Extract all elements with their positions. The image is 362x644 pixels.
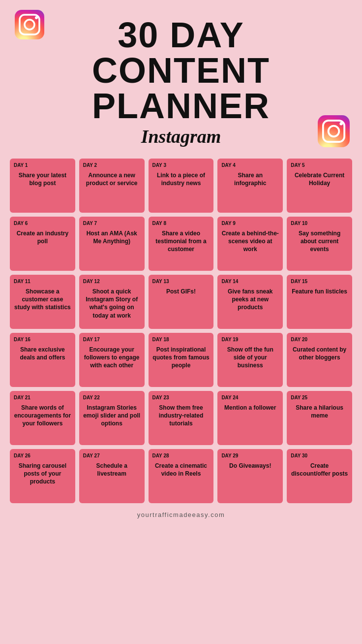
card-day-label: DAY 20 <box>291 337 307 343</box>
card-content: Create discount/offer posts <box>291 462 348 478</box>
day-card-4: DAY 4Share an infographic <box>217 159 283 213</box>
card-content: Mention a follower <box>221 404 279 412</box>
card-day-label: DAY 14 <box>221 279 238 285</box>
day-card-1: DAY 1Share your latest blog post <box>10 159 75 213</box>
card-content: Share a hilarious meme <box>291 404 348 419</box>
day-card-27: DAY 27Schedule a livestream <box>79 449 145 503</box>
card-day-label: DAY 18 <box>152 337 169 343</box>
card-content: Share a video testimonial from a custome… <box>152 229 210 254</box>
card-day-label: DAY 2 <box>83 162 97 168</box>
card-content: Announce a new product or service <box>83 171 141 187</box>
card-content: Share words of encouragements for your f… <box>14 404 71 428</box>
header-subtitle: Instagram <box>10 126 352 147</box>
card-content: Shoot a quick Instagram Story of what's … <box>83 288 141 320</box>
card-day-label: DAY 25 <box>291 395 307 401</box>
card-content: Share an infographic <box>221 171 279 187</box>
day-card-26: DAY 26Sharing carousel posts of your pro… <box>10 449 75 503</box>
card-content: Schedule a livestream <box>83 462 141 478</box>
card-day-label: DAY 23 <box>152 395 169 401</box>
card-day-label: DAY 13 <box>152 279 169 285</box>
card-day-label: DAY 17 <box>83 337 100 343</box>
card-day-label: DAY 11 <box>14 279 30 285</box>
card-content: Share your latest blog post <box>14 171 71 187</box>
svg-point-7 <box>339 122 343 126</box>
day-card-23: DAY 23Show them free industry-related tu… <box>149 391 214 445</box>
card-content: Host an AMA (Ask Me Anything) <box>83 229 141 245</box>
day-card-9: DAY 9Create a behind-the-scenes video at… <box>217 217 283 271</box>
instagram-icon-left <box>15 10 44 39</box>
card-content: Post GIFs! <box>152 288 210 295</box>
day-card-19: DAY 19Show off the fun side of your busi… <box>217 333 283 387</box>
card-content: Create a cinematic video in Reels <box>152 462 210 478</box>
card-content: Curated content by other bloggers <box>291 346 348 361</box>
day-card-16: DAY 16Share exclusive deals and offers <box>10 333 75 387</box>
day-card-24: DAY 24Mention a follower <box>217 391 283 445</box>
day-card-8: DAY 8Share a video testimonial from a cu… <box>149 217 214 271</box>
card-content: Share exclusive deals and offers <box>14 346 71 361</box>
page-header: 30 DAYCONTENTPLANNER Instagram <box>10 10 352 150</box>
footer-text: yourtrafficmadeeasy.com <box>137 511 225 523</box>
day-card-30: DAY 30Create discount/offer posts <box>287 449 352 503</box>
day-card-2: DAY 2Announce a new product or service <box>79 159 145 213</box>
card-day-label: DAY 22 <box>83 395 100 401</box>
card-content: Sharing carousel posts of your products <box>14 462 71 486</box>
card-day-label: DAY 10 <box>291 221 307 226</box>
day-card-5: DAY 5Celebrate Current Holiday <box>287 159 352 213</box>
card-day-label: DAY 16 <box>14 337 30 343</box>
card-content: Feature fun listicles <box>291 288 348 295</box>
card-content: Do Giveaways! <box>221 462 279 470</box>
day-card-11: DAY 11Showcase a customer case study wit… <box>10 275 75 329</box>
card-content: Create an industry poll <box>14 229 71 245</box>
card-day-label: DAY 30 <box>291 453 307 459</box>
card-day-label: DAY 29 <box>221 453 238 459</box>
day-card-12: DAY 12Shoot a quick Instagram Story of w… <box>79 275 145 329</box>
day-card-10: DAY 10Say something about current events <box>287 217 352 271</box>
day-card-22: DAY 22Instagram Stories emoji slider and… <box>79 391 145 445</box>
day-card-21: DAY 21Share words of encouragements for … <box>10 391 75 445</box>
card-content: Give fans sneak peeks at new products <box>221 288 279 312</box>
card-day-label: DAY 9 <box>221 221 235 226</box>
day-card-20: DAY 20Curated content by other bloggers <box>287 333 352 387</box>
card-day-label: DAY 6 <box>14 221 28 226</box>
card-content: Post inspirational quotes from famous pe… <box>152 346 210 370</box>
card-day-label: DAY 21 <box>14 395 30 401</box>
card-day-label: DAY 26 <box>14 453 30 459</box>
card-content: Link to a piece of industry news <box>152 171 210 187</box>
card-day-label: DAY 8 <box>152 221 166 226</box>
card-day-label: DAY 5 <box>291 162 304 168</box>
content-grid: DAY 1Share your latest blog postDAY 2Ann… <box>10 159 352 503</box>
card-day-label: DAY 4 <box>221 162 235 168</box>
day-card-6: DAY 6Create an industry poll <box>10 217 75 271</box>
card-day-label: DAY 24 <box>221 395 238 401</box>
card-day-label: DAY 3 <box>152 162 166 168</box>
day-card-13: DAY 13Post GIFs! <box>149 275 214 329</box>
card-day-label: DAY 1 <box>14 162 28 168</box>
day-card-3: DAY 3Link to a piece of industry news <box>149 159 214 213</box>
day-card-7: DAY 7Host an AMA (Ask Me Anything) <box>79 217 145 271</box>
card-content: Say something about current events <box>291 229 348 254</box>
card-content: Celebrate Current Holiday <box>291 171 348 187</box>
card-content: Show them free industry-related tutorial… <box>152 404 210 428</box>
day-card-29: DAY 29Do Giveaways! <box>217 449 283 503</box>
card-content: Showcase a customer case study with stat… <box>14 288 71 312</box>
card-content: Instagram Stories emoji slider and poll … <box>83 404 141 428</box>
header-title: 30 DAYCONTENTPLANNER <box>10 15 352 124</box>
instagram-icon-right <box>318 115 347 145</box>
card-day-label: DAY 12 <box>83 279 100 285</box>
svg-point-3 <box>35 16 38 19</box>
card-day-label: DAY 15 <box>291 279 307 285</box>
day-card-28: DAY 28Create a cinematic video in Reels <box>149 449 214 503</box>
card-content: Encourage your followers to engage with … <box>83 346 141 370</box>
card-day-label: DAY 27 <box>83 453 100 459</box>
card-day-label: DAY 19 <box>221 337 238 343</box>
card-day-label: DAY 7 <box>83 221 97 226</box>
day-card-17: DAY 17Encourage your followers to engage… <box>79 333 145 387</box>
day-card-15: DAY 15Feature fun listicles <box>287 275 352 329</box>
card-content: Create a behind-the-scenes video at work <box>221 229 279 254</box>
day-card-25: DAY 25Share a hilarious meme <box>287 391 352 445</box>
day-card-18: DAY 18Post inspirational quotes from fam… <box>149 333 214 387</box>
day-card-14: DAY 14Give fans sneak peeks at new produ… <box>217 275 283 329</box>
card-content: Show off the fun side of your business <box>221 346 279 370</box>
card-day-label: DAY 28 <box>152 453 169 459</box>
